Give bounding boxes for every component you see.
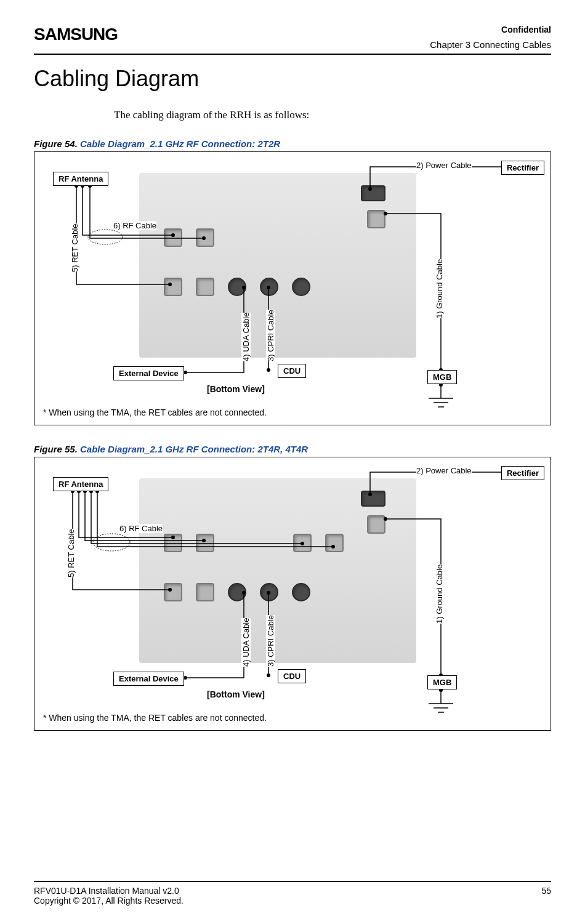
svg-point-4 xyxy=(88,230,123,244)
ground-cable-label: 1) Ground Cable xyxy=(435,564,444,624)
svg-point-18 xyxy=(242,286,246,289)
bottom-view-label: [Bottom View] xyxy=(207,689,265,699)
wiring-svg xyxy=(34,152,551,425)
uda-cable-label: 4) UDA Cable xyxy=(241,313,251,361)
page-number: 55 xyxy=(541,886,551,906)
svg-point-30 xyxy=(171,536,175,539)
external-device-box: External Device xyxy=(113,672,184,686)
external-device-box: External Device xyxy=(113,366,184,380)
brand-logo: SAMSUNG xyxy=(34,25,118,44)
mgb-box: MGB xyxy=(427,675,457,689)
mgb-box: MGB xyxy=(427,370,457,384)
manual-label: RFV01U-D1A Installation Manual v2.0 xyxy=(34,886,184,896)
svg-point-32 xyxy=(301,542,304,545)
power-cable-label: 2) Power Cable xyxy=(416,466,472,475)
svg-point-31 xyxy=(202,539,206,542)
cpri-cable-label: 3) CPRI Cable xyxy=(266,310,275,361)
ret-cable-label: 5) RET Cable xyxy=(67,529,76,577)
power-cable-label: 2) Power Cable xyxy=(416,161,472,170)
svg-point-16 xyxy=(267,286,270,289)
rectifier-box: Rectifier xyxy=(501,466,544,480)
figure-prefix: Figure 55. xyxy=(34,444,78,454)
figure-title: Cable Diagram_2.1 GHz RF Connection: 2T4… xyxy=(80,444,308,454)
rf-antenna-box: RF Antenna xyxy=(53,172,108,186)
cpri-cable-label: 3) CPRI Cable xyxy=(266,615,275,667)
rf-antenna-box: RF Antenna xyxy=(53,477,108,491)
chapter-label: Chapter 3 Connecting Cables xyxy=(430,39,551,50)
footer-divider xyxy=(34,881,551,882)
rf-cable-label: 6) RF Cable xyxy=(113,221,156,230)
confidential-label: Confidential xyxy=(430,25,551,34)
svg-point-8 xyxy=(171,233,175,237)
svg-point-42 xyxy=(242,591,246,595)
cdu-box: CDU xyxy=(278,669,306,683)
ret-cable-label: 5) RET Cable xyxy=(70,223,79,272)
svg-point-24 xyxy=(93,534,130,551)
page-footer: RFV01U-D1A Installation Manual v2.0 Copy… xyxy=(34,881,551,906)
svg-point-43 xyxy=(184,676,187,680)
svg-point-33 xyxy=(331,545,335,548)
copyright-label: Copyright © 2017, All Rights Reserved. xyxy=(34,896,184,906)
figure-prefix: Figure 54. xyxy=(34,139,78,149)
svg-point-34 xyxy=(168,588,172,592)
diagram-55: RF Antenna Rectifier External Device CDU… xyxy=(34,457,551,731)
svg-point-19 xyxy=(184,371,187,374)
svg-point-9 xyxy=(202,236,206,240)
header-divider xyxy=(34,54,551,55)
rf-cable-label: 6) RF Cable xyxy=(119,524,163,533)
page-title: Cabling Diagram xyxy=(34,66,551,92)
diagram-54: RF Antenna Rectifier External Device CDU… xyxy=(34,151,551,425)
ground-cable-label: 1) Ground Cable xyxy=(435,259,444,318)
rectifier-box: Rectifier xyxy=(501,161,544,175)
figure-caption-54: Figure 54. Cable Diagram_2.1 GHz RF Conn… xyxy=(34,139,551,149)
svg-point-17 xyxy=(267,368,270,372)
figure-title: Cable Diagram_2.1 GHz RF Connection: 2T2… xyxy=(80,139,280,149)
svg-point-13 xyxy=(384,212,387,215)
wiring-svg xyxy=(34,457,551,730)
intro-text: The cabling diagram of the RRH is as fol… xyxy=(114,109,551,121)
svg-point-37 xyxy=(384,517,387,521)
svg-point-41 xyxy=(267,673,270,677)
svg-point-35 xyxy=(368,492,372,496)
uda-cable-label: 4) UDA Cable xyxy=(241,618,251,667)
svg-point-10 xyxy=(168,283,172,286)
figure-note: * When using the TMA, the RET cables are… xyxy=(43,408,267,417)
figure-note: * When using the TMA, the RET cables are… xyxy=(43,713,267,723)
cdu-box: CDU xyxy=(278,364,306,378)
figure-caption-55: Figure 55. Cable Diagram_2.1 GHz RF Conn… xyxy=(34,444,551,454)
svg-point-40 xyxy=(267,591,270,595)
bottom-view-label: [Bottom View] xyxy=(207,384,265,394)
svg-point-11 xyxy=(368,187,372,191)
